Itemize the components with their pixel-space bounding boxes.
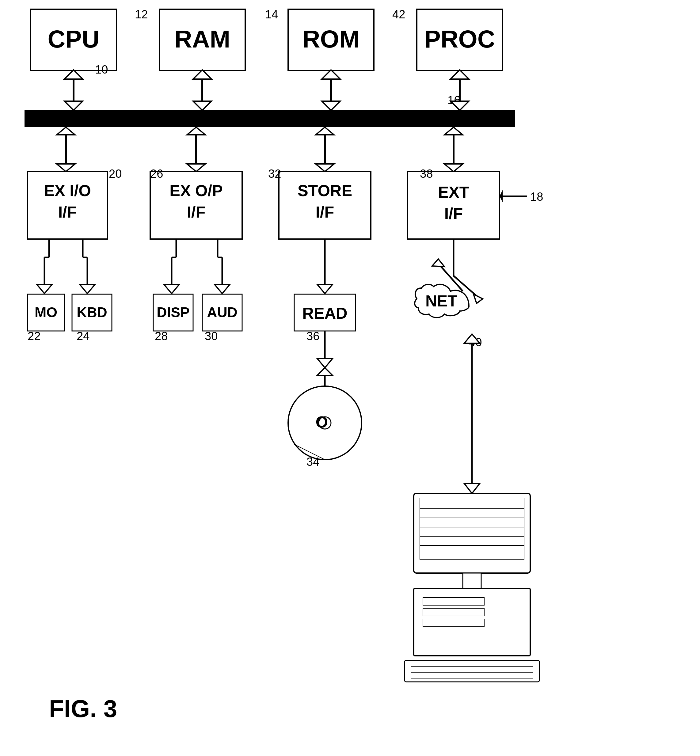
diagram: CPU 10 RAM 12 ROM 14 PROC 42 16 [0, 0, 700, 756]
svg-marker-74 [317, 284, 333, 294]
svg-text:RAM: RAM [174, 25, 230, 53]
svg-rect-110 [420, 498, 524, 559]
svg-text:STORE: STORE [298, 182, 352, 200]
svg-marker-91 [317, 359, 333, 368]
svg-text:30: 30 [205, 330, 217, 343]
svg-marker-27 [57, 127, 75, 135]
svg-rect-120 [423, 619, 484, 627]
svg-text:EX O/P: EX O/P [169, 182, 222, 200]
svg-text:38: 38 [420, 167, 433, 180]
svg-text:22: 22 [28, 330, 41, 343]
svg-marker-64 [80, 284, 95, 294]
svg-marker-60 [37, 284, 52, 294]
svg-marker-16 [64, 101, 83, 110]
svg-marker-31 [187, 164, 205, 172]
svg-text:32: 32 [268, 167, 281, 180]
svg-text:34: 34 [306, 455, 319, 468]
svg-rect-118 [423, 598, 484, 605]
svg-marker-72 [214, 284, 230, 294]
svg-text:28: 28 [155, 330, 168, 343]
svg-marker-15 [64, 70, 83, 79]
svg-text:MO: MO [34, 304, 57, 320]
svg-text:KBD: KBD [77, 304, 107, 320]
svg-text:NET: NET [425, 292, 457, 310]
svg-text:36: 36 [306, 330, 319, 343]
svg-text:14: 14 [265, 8, 278, 21]
svg-marker-22 [322, 101, 340, 110]
svg-text:EX I/O: EX I/O [44, 182, 91, 200]
svg-marker-93 [317, 368, 333, 375]
svg-marker-33 [316, 127, 334, 135]
svg-text:EXT: EXT [438, 183, 469, 201]
svg-text:24: 24 [77, 330, 89, 343]
svg-text:42: 42 [392, 8, 405, 21]
svg-text:I/F: I/F [444, 205, 463, 222]
svg-marker-105 [432, 259, 444, 267]
svg-marker-21 [322, 70, 340, 79]
svg-text:READ: READ [302, 304, 347, 322]
svg-marker-68 [164, 284, 179, 294]
svg-text:DISP: DISP [156, 304, 189, 320]
figure-label: FIG. 3 [49, 695, 117, 722]
svg-marker-34 [316, 164, 334, 172]
svg-text:I/F: I/F [187, 203, 206, 221]
svg-text:PROC: PROC [424, 25, 495, 53]
svg-marker-107 [464, 484, 480, 494]
svg-text:O: O [316, 413, 328, 431]
svg-text:20: 20 [109, 167, 122, 180]
svg-marker-24 [450, 70, 469, 79]
svg-text:CPU: CPU [48, 25, 100, 53]
svg-rect-119 [423, 608, 484, 616]
svg-marker-19 [193, 101, 211, 110]
svg-text:10: 10 [95, 63, 108, 76]
svg-text:18: 18 [530, 190, 543, 203]
svg-marker-18 [193, 70, 211, 79]
svg-marker-28 [57, 164, 75, 172]
svg-text:I/F: I/F [58, 203, 77, 221]
svg-text:26: 26 [150, 167, 163, 180]
svg-marker-37 [444, 164, 463, 172]
svg-marker-36 [444, 127, 463, 135]
svg-text:AUD: AUD [207, 304, 238, 320]
svg-rect-116 [463, 573, 481, 588]
svg-marker-30 [187, 127, 205, 135]
svg-text:ROM: ROM [303, 25, 360, 53]
svg-marker-103 [473, 294, 483, 303]
svg-rect-12 [25, 110, 515, 127]
svg-text:12: 12 [135, 8, 148, 21]
svg-text:I/F: I/F [316, 203, 334, 221]
